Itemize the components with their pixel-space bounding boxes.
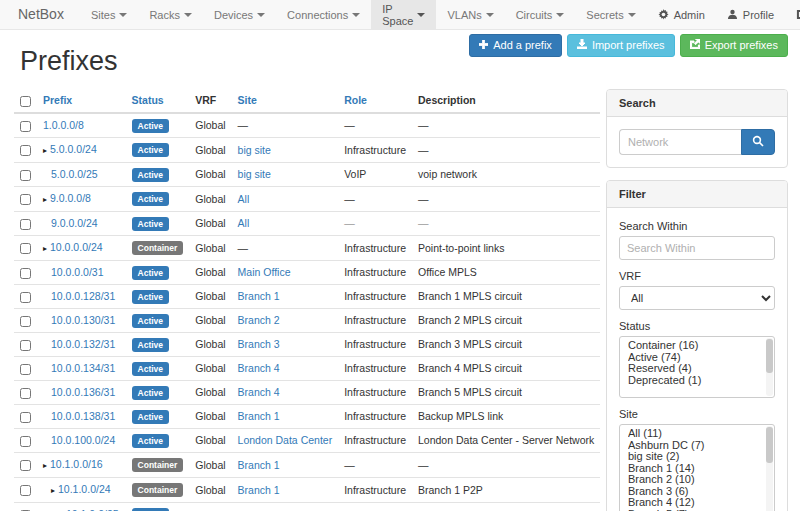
empty-description-marker: —: [418, 193, 429, 205]
site-link[interactable]: big site: [238, 144, 271, 156]
search-within-input[interactable]: [619, 236, 775, 260]
row-checkbox[interactable]: [20, 145, 31, 156]
site-option[interactable]: Branch 3 (6): [628, 486, 760, 498]
nav-item-racks[interactable]: Racks: [138, 0, 203, 29]
sort-link-role[interactable]: Role: [344, 94, 367, 106]
nav-item-secrets[interactable]: Secrets: [575, 0, 646, 29]
row-checkbox[interactable]: [20, 243, 31, 254]
status-option[interactable]: Reserved (4): [628, 363, 760, 375]
site-link[interactable]: Branch 1: [238, 410, 280, 422]
row-checkbox[interactable]: [20, 121, 31, 132]
scrollbar-thumb[interactable]: [766, 427, 773, 463]
prefix-link[interactable]: 10.1.0.0/16: [50, 458, 103, 470]
site-link[interactable]: Branch 1: [238, 484, 280, 496]
nav-item-label: Circuits: [516, 9, 553, 21]
chevron-down-icon: [628, 13, 636, 17]
row-checkbox[interactable]: [20, 460, 31, 471]
nav-item-admin[interactable]: Admin: [647, 9, 716, 21]
prefix-link[interactable]: 9.0.0.0/8: [50, 192, 91, 204]
expand-arrow-icon[interactable]: ▸: [43, 459, 47, 473]
status-option[interactable]: Container (16): [628, 340, 760, 352]
site-link[interactable]: Branch 4: [238, 386, 280, 398]
vrf-cell: Global: [189, 452, 231, 477]
prefix-link[interactable]: 10.0.0.136/31: [51, 386, 115, 398]
site-listbox[interactable]: All (11)Ashburn DC (7)big site (2)Branch…: [619, 424, 775, 511]
add-prefix-button[interactable]: Add a prefix: [469, 34, 562, 57]
site-link[interactable]: Branch 4: [238, 362, 280, 374]
site-link[interactable]: London Data Center: [238, 434, 333, 446]
row-checkbox[interactable]: [20, 170, 31, 181]
search-button[interactable]: [741, 129, 775, 155]
row-checkbox[interactable]: [20, 485, 31, 496]
site-option[interactable]: Branch 1 (14): [628, 463, 760, 475]
site-option[interactable]: big site (2): [628, 451, 760, 463]
sort-link-site[interactable]: Site: [238, 94, 257, 106]
import-prefixes-button[interactable]: Import prefixes: [567, 34, 675, 57]
prefix-link[interactable]: 5.0.0.0/24: [50, 143, 97, 155]
row-checkbox[interactable]: [20, 268, 31, 279]
prefix-link[interactable]: 10.0.0.138/31: [51, 410, 115, 422]
row-checkbox[interactable]: [20, 316, 31, 327]
row-checkbox[interactable]: [20, 292, 31, 303]
role-cell: Infrastructure: [344, 290, 406, 302]
search-input[interactable]: [619, 129, 741, 155]
export-prefixes-button[interactable]: Export prefixes: [680, 34, 788, 57]
row-checkbox[interactable]: [20, 219, 31, 230]
role-cell: Infrastructure: [344, 362, 406, 374]
prefix-link[interactable]: 10.0.0.130/31: [51, 314, 115, 326]
site-link[interactable]: Main Office: [238, 266, 291, 278]
prefix-link[interactable]: 10.0.0.132/31: [51, 338, 115, 350]
nav-item-sites[interactable]: Sites: [80, 0, 138, 29]
expand-arrow-icon[interactable]: ▸: [43, 193, 47, 207]
status-listbox[interactable]: Container (16)Active (74)Reserved (4)Dep…: [619, 336, 775, 398]
site-link[interactable]: All: [238, 193, 250, 205]
status-option[interactable]: Deprecated (1): [628, 375, 760, 387]
prefix-link[interactable]: 10.0.0.134/31: [51, 362, 115, 374]
nav-item-logout[interactable]: Log out: [785, 3, 800, 27]
row-checkbox[interactable]: [20, 194, 31, 205]
description-cell: Branch 4 MPLS circuit: [418, 362, 522, 374]
sort-link-prefix[interactable]: Prefix: [43, 94, 72, 106]
site-option[interactable]: Ashburn DC (7): [628, 440, 760, 452]
site-link[interactable]: Branch 3: [238, 338, 280, 350]
row-checkbox[interactable]: [20, 388, 31, 399]
row-checkbox[interactable]: [20, 340, 31, 351]
table-header-row: PrefixStatusVRFSiteRoleDescription: [14, 89, 600, 113]
site-link[interactable]: Branch 2: [238, 314, 280, 326]
prefix-link[interactable]: 5.0.0.0/25: [51, 168, 98, 180]
prefix-link[interactable]: 1.0.0.0/8: [43, 119, 84, 131]
prefix-link[interactable]: 9.0.0.0/24: [51, 217, 98, 229]
nav-item-connections[interactable]: Connections: [276, 0, 371, 29]
site-option[interactable]: All (11): [628, 428, 760, 440]
scrollbar-thumb[interactable]: [766, 339, 773, 373]
site-link[interactable]: Branch 1: [238, 459, 280, 471]
expand-arrow-icon[interactable]: ▸: [43, 144, 47, 158]
prefix-link[interactable]: 10.0.0.0/31: [51, 266, 104, 278]
nav-item-ip-space[interactable]: IP Space: [371, 0, 436, 29]
nav-item-vlans[interactable]: VLANs: [436, 0, 504, 29]
site-option[interactable]: Branch 4 (12): [628, 497, 760, 509]
nav-item-profile[interactable]: Profile: [716, 9, 785, 21]
row-checkbox[interactable]: [20, 412, 31, 423]
expand-arrow-icon[interactable]: ▸: [51, 484, 55, 498]
site-link[interactable]: All: [238, 217, 250, 229]
nav-item-circuits[interactable]: Circuits: [505, 0, 576, 29]
sort-link-status[interactable]: Status: [132, 94, 164, 106]
row-checkbox[interactable]: [20, 436, 31, 447]
empty-role-marker: —: [344, 459, 355, 471]
nav-item-devices[interactable]: Devices: [203, 0, 276, 29]
expand-arrow-icon[interactable]: ▸: [43, 242, 47, 256]
row-checkbox[interactable]: [20, 364, 31, 375]
prefix-link[interactable]: 10.0.100.0/24: [51, 434, 115, 446]
prefix-link[interactable]: 10.1.0.0/24: [58, 483, 111, 495]
prefix-link[interactable]: 10.0.0.0/24: [50, 241, 103, 253]
prefix-link[interactable]: 10.0.0.128/31: [51, 290, 115, 302]
vrf-select[interactable]: All: [619, 286, 775, 310]
site-link[interactable]: Branch 1: [238, 290, 280, 302]
select-all-checkbox[interactable]: [20, 96, 31, 107]
app-logo[interactable]: NetBox: [10, 0, 80, 29]
role-cell: Infrastructure: [344, 338, 406, 350]
site-option[interactable]: Branch 2 (10): [628, 474, 760, 486]
site-link[interactable]: big site: [238, 168, 271, 180]
status-option[interactable]: Active (74): [628, 352, 760, 364]
